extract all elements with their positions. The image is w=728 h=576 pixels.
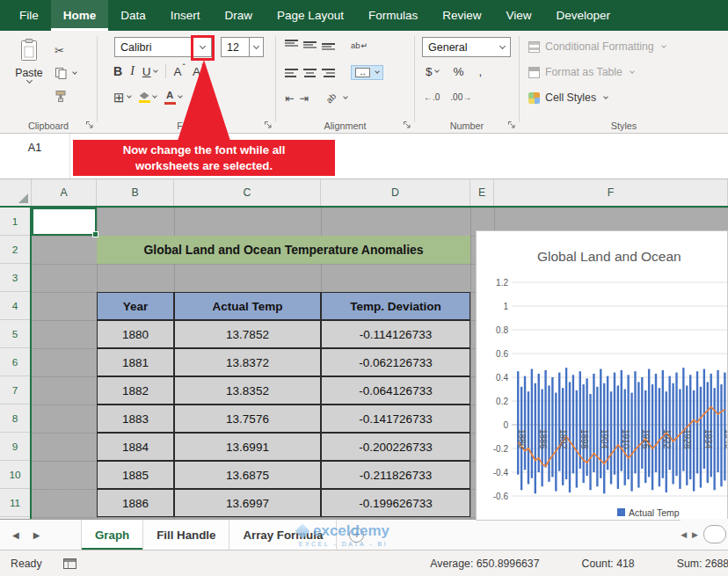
currency-format-button[interactable]: $ xyxy=(426,65,439,78)
selected-cell-a1[interactable] xyxy=(32,208,97,236)
cell-b6[interactable]: 1881 xyxy=(97,348,174,376)
column-header-a[interactable]: A xyxy=(32,179,97,206)
cell-c9[interactable]: 13.6991 xyxy=(174,433,321,461)
align-bottom-icon[interactable] xyxy=(322,40,335,50)
select-all-corner[interactable] xyxy=(0,179,32,206)
cell-styles-button[interactable]: Cell Styles xyxy=(528,91,608,104)
font-size-combobox[interactable]: 12 xyxy=(221,37,250,57)
fill-color-button[interactable] xyxy=(139,92,157,103)
row-header-8[interactable]: 8 xyxy=(0,405,30,433)
percent-format-button[interactable]: % xyxy=(454,65,464,78)
cell-d11[interactable]: -0.199626733 xyxy=(321,489,470,517)
align-left-icon[interactable] xyxy=(285,68,298,78)
horizontal-scrollbar[interactable]: ◀ ▶ xyxy=(681,519,728,550)
ribbon-tab-draw[interactable]: Draw xyxy=(213,0,266,31)
chart-box[interactable]: 1.210.80.60.40.20-0.2-0.4-0.618801886189… xyxy=(476,230,728,521)
sheet-tab-fill-handle[interactable]: Fill Handle xyxy=(143,520,229,550)
wrap-text-button[interactable]: ab↵ xyxy=(351,40,368,50)
cell-d10[interactable]: -0.211826733 xyxy=(321,461,470,489)
bold-button[interactable]: B xyxy=(113,64,122,78)
decrease-decimal-button[interactable]: .00→ xyxy=(450,92,471,102)
increase-indent-button[interactable]: ⇥ xyxy=(299,91,308,105)
cell-c6[interactable]: 13.8372 xyxy=(174,348,321,376)
ribbon-tab-file[interactable]: File xyxy=(7,0,51,31)
cell-c8[interactable]: 13.7576 xyxy=(174,405,321,433)
number-format-combobox[interactable]: General xyxy=(422,37,511,57)
row-header-3[interactable]: 3 xyxy=(0,264,30,292)
ribbon-tab-view[interactable]: View xyxy=(493,0,543,31)
italic-button[interactable]: I xyxy=(130,64,135,78)
name-box[interactable]: A1 xyxy=(0,134,70,179)
next-sheet-icon[interactable]: ▶ xyxy=(33,530,40,540)
cell-c10[interactable]: 13.6875 xyxy=(174,461,321,489)
underline-button[interactable]: U xyxy=(142,65,157,78)
macro-record-icon[interactable] xyxy=(63,558,76,569)
cell-d7[interactable]: -0.064126733 xyxy=(321,376,470,405)
copy-button[interactable] xyxy=(55,65,76,81)
cell-b5[interactable]: 1880 xyxy=(97,320,174,348)
ribbon-tab-page-layout[interactable]: Page Layout xyxy=(265,0,356,31)
row-header-5[interactable]: 5 xyxy=(0,320,30,348)
row-header-9[interactable]: 9 xyxy=(0,433,30,461)
row-header-11[interactable]: 11 xyxy=(0,489,30,517)
column-header-b[interactable]: B xyxy=(97,179,174,206)
cell-b8[interactable]: 1883 xyxy=(97,405,174,433)
cell-b9[interactable]: 1884 xyxy=(97,433,174,461)
scrollbar-thumb[interactable] xyxy=(703,525,726,543)
ribbon-tab-developer[interactable]: Developer xyxy=(543,0,622,31)
cell-c11[interactable]: 13.6997 xyxy=(174,489,321,517)
dialog-launcher-icon[interactable] xyxy=(85,120,94,129)
orientation-button[interactable]: ab xyxy=(324,91,339,106)
cell-c7[interactable]: 13.8352 xyxy=(174,376,321,405)
align-top-icon[interactable] xyxy=(285,40,298,50)
font-name-combobox[interactable]: Calibri xyxy=(114,37,193,57)
borders-button[interactable]: ⊞ xyxy=(113,91,131,104)
comma-format-button[interactable]: , xyxy=(479,65,483,78)
table-header-actual-temp[interactable]: Actual Temp xyxy=(174,292,321,320)
merge-center-button[interactable]: ↔ xyxy=(351,65,383,80)
align-middle-icon[interactable] xyxy=(303,40,317,50)
previous-sheet-icon[interactable]: ◀ xyxy=(12,530,19,540)
ribbon-tab-insert[interactable]: Insert xyxy=(158,0,213,31)
font-size-dropdown-arrow[interactable] xyxy=(250,37,264,57)
cell-b7[interactable]: 1882 xyxy=(97,376,174,405)
increase-decimal-button[interactable]: ←.0 xyxy=(424,92,440,102)
dialog-launcher-icon[interactable] xyxy=(507,120,516,129)
increase-font-size-button[interactable]: Aˆ xyxy=(174,65,185,78)
row-header-7[interactable]: 7 xyxy=(0,376,30,405)
conditional-formatting-button[interactable]: Conditional Formatting xyxy=(528,40,666,53)
font-color-button[interactable]: A xyxy=(164,91,182,105)
cell-d8[interactable]: -0.141726733 xyxy=(321,405,470,433)
column-header-f[interactable]: F xyxy=(494,179,728,206)
decrease-indent-button[interactable]: ⇤ xyxy=(285,91,294,105)
cell-d6[interactable]: -0.062126733 xyxy=(321,348,470,376)
dialog-launcher-icon[interactable] xyxy=(403,120,411,129)
ribbon-tab-home[interactable]: Home xyxy=(51,0,109,31)
sheet-tab-array-formula[interactable]: Array Formula xyxy=(229,520,337,550)
paste-button[interactable]: Paste xyxy=(9,38,49,120)
row-header-1[interactable]: 1 xyxy=(0,208,30,236)
column-header-d[interactable]: D xyxy=(321,179,470,206)
format-painter-button[interactable] xyxy=(55,88,76,104)
table-header-year[interactable]: Year xyxy=(97,292,174,320)
sheet-tab-graph[interactable]: Graph xyxy=(81,520,143,550)
row-header-2[interactable]: 2 xyxy=(0,236,30,264)
ribbon-tab-formulas[interactable]: Formulas xyxy=(356,0,430,31)
cell-d9[interactable]: -0.200226733 xyxy=(321,433,470,461)
row-header-4[interactable]: 4 xyxy=(0,292,30,320)
column-header-c[interactable]: C xyxy=(174,179,321,206)
scroll-left-icon[interactable]: ◀ xyxy=(681,530,687,539)
dialog-launcher-icon[interactable] xyxy=(264,120,273,129)
new-sheet-button[interactable]: + xyxy=(349,528,364,543)
row-header-6[interactable]: 6 xyxy=(0,348,30,376)
cell-d5[interactable]: -0.114126733 xyxy=(321,320,470,348)
cell-b10[interactable]: 1885 xyxy=(97,461,174,489)
cell-b11[interactable]: 1886 xyxy=(97,489,174,517)
cell-c5[interactable]: 13.7852 xyxy=(174,320,321,348)
table-header-temp-deviation[interactable]: Temp. Deviation xyxy=(321,292,470,320)
cut-button[interactable]: ✂ xyxy=(55,42,76,58)
merged-title-cell[interactable]: Global Land and Ocean Temperature Anomal… xyxy=(97,236,470,264)
ribbon-tab-data[interactable]: Data xyxy=(108,0,158,31)
ribbon-tab-review[interactable]: Review xyxy=(430,0,493,31)
align-right-icon[interactable] xyxy=(322,68,335,78)
